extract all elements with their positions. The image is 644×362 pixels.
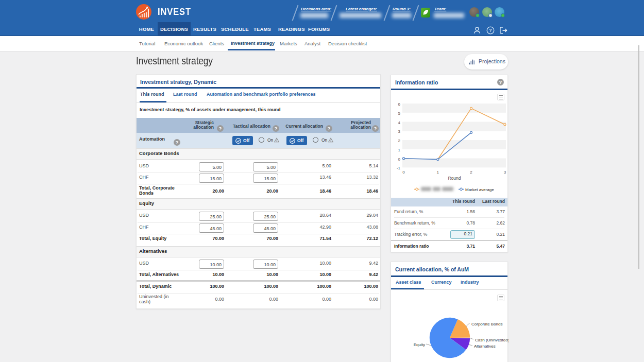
svg-text:?: ? — [489, 28, 492, 33]
svg-text:Alternatives: Alternatives — [474, 344, 496, 349]
svg-text:1: 1 — [398, 148, 401, 152]
svg-text:5: 5 — [398, 111, 401, 116]
svg-text:4: 4 — [398, 120, 401, 125]
svg-text:6: 6 — [398, 102, 401, 107]
svg-text:Corporate Bonds: Corporate Bonds — [471, 322, 502, 326]
svg-text:Round: Round — [448, 176, 461, 181]
svg-text:2: 2 — [398, 139, 401, 143]
svg-text:0: 0 — [402, 170, 405, 175]
svg-text:3: 3 — [504, 170, 506, 175]
svg-text:0: 0 — [398, 157, 401, 162]
svg-text:Market average: Market average — [465, 187, 494, 192]
svg-text:-1: -1 — [397, 166, 401, 170]
svg-text:Cash (Uninvested): Cash (Uninvested) — [475, 338, 509, 342]
svg-text:Equity: Equity — [414, 342, 425, 347]
svg-text:1: 1 — [437, 170, 439, 175]
svg-text:3: 3 — [398, 129, 401, 134]
svg-text:2: 2 — [470, 170, 472, 175]
